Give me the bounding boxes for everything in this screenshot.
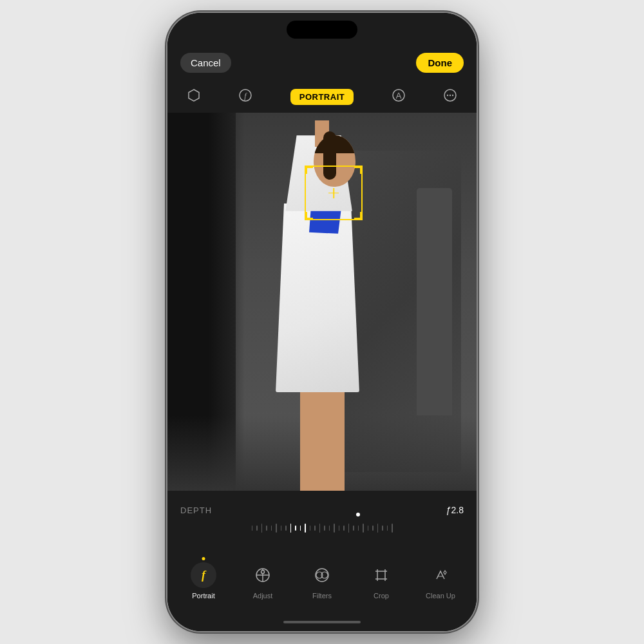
adjust-tool-icon: [250, 562, 276, 588]
tick: [252, 526, 253, 531]
dynamic-island: [287, 21, 357, 39]
portrait-mode-badge[interactable]: PORTRAIT: [290, 89, 354, 105]
tick: [358, 526, 359, 531]
tick: [256, 526, 258, 531]
bg-person: [417, 188, 452, 415]
tick: [387, 526, 388, 531]
photo-area[interactable]: [167, 113, 477, 491]
depth-control-area: DEPTH ƒ2.8: [167, 491, 477, 549]
auto-icon[interactable]: A: [392, 88, 406, 106]
photo-content: [167, 113, 477, 491]
svg-text:A: A: [395, 91, 401, 100]
filters-tool-label: Filters: [312, 592, 332, 600]
portrait-tool-icon: f: [191, 562, 216, 588]
tool-crop[interactable]: Crop: [362, 562, 401, 600]
tick: [368, 526, 369, 531]
depth-row: DEPTH ƒ2.8: [180, 505, 464, 515]
done-button[interactable]: Done: [416, 53, 464, 73]
crop-tool-label: Crop: [374, 592, 389, 600]
tick: [310, 526, 311, 531]
tick: [295, 526, 296, 531]
lightning-f-icon[interactable]: f: [238, 88, 252, 106]
svg-rect-16: [377, 571, 385, 579]
tick: [314, 526, 316, 531]
tick: [363, 524, 364, 533]
tick: [382, 526, 383, 531]
cleanup-tool-icon: [428, 562, 453, 588]
home-bar: [167, 613, 477, 631]
leg-right: [322, 389, 345, 491]
home-indicator[interactable]: [283, 621, 361, 623]
tick: [392, 524, 393, 533]
tick: [271, 526, 272, 531]
tick: [319, 524, 321, 533]
tool-adjust[interactable]: Adjust: [243, 562, 282, 600]
svg-point-12: [261, 571, 265, 574]
depth-label: DEPTH: [180, 506, 212, 515]
slider-ticks: [180, 524, 464, 533]
mode-toolbar: f PORTRAIT A: [167, 80, 477, 113]
tick: [305, 524, 306, 533]
aperture-value: ƒ2.8: [446, 505, 464, 515]
hexagon-icon[interactable]: [187, 88, 201, 106]
tool-portrait[interactable]: f Portrait: [184, 562, 223, 600]
svg-text:f: f: [245, 91, 248, 100]
crop-tool-icon: [368, 562, 394, 588]
tick: [377, 524, 379, 533]
more-options-icon[interactable]: [443, 88, 457, 106]
active-indicator: [202, 557, 205, 560]
tools-toolbar: f Portrait Adjust: [167, 549, 477, 613]
tick: [261, 524, 263, 533]
portrait-tool-label: Portrait: [192, 592, 214, 600]
status-bar: [167, 13, 477, 45]
tick: [372, 526, 374, 531]
leg-left: [300, 377, 323, 491]
tick: [285, 526, 287, 531]
tick: [348, 524, 350, 533]
depth-slider[interactable]: [180, 522, 464, 535]
svg-point-8: [452, 94, 453, 95]
tick: [343, 526, 345, 531]
svg-point-6: [447, 94, 448, 95]
slider-dot: [356, 513, 360, 516]
tool-filters[interactable]: Filters: [303, 562, 341, 600]
cancel-button[interactable]: Cancel: [180, 53, 231, 73]
svg-point-7: [450, 94, 451, 95]
portrait-icon: f: [191, 562, 216, 588]
tick: [334, 524, 335, 533]
svg-point-13: [316, 569, 328, 582]
tick: [329, 526, 330, 531]
tick: [324, 526, 325, 531]
face-detection-box: [305, 166, 363, 220]
cleanup-tool-label: Clean Up: [426, 592, 455, 600]
face-crosshair: [328, 188, 339, 198]
tick: [353, 526, 354, 531]
tick: [276, 524, 277, 533]
tick-active: [290, 524, 292, 533]
filters-tool-icon: [309, 562, 335, 588]
tool-cleanup[interactable]: Clean Up: [421, 562, 460, 600]
face-box-corner-br: [354, 212, 362, 220]
phone-screen: Cancel Done f PORTRAIT: [167, 13, 477, 631]
top-toolbar: Cancel Done: [167, 45, 477, 80]
tick: [266, 526, 267, 531]
face-box-corner-tr: [354, 166, 362, 174]
adjust-tool-label: Adjust: [253, 592, 273, 600]
tick: [281, 526, 282, 531]
tick: [339, 526, 340, 531]
face-box-corner-tl: [305, 166, 313, 174]
svg-marker-0: [189, 90, 199, 101]
face-box-corner-bl: [305, 212, 313, 220]
tick: [300, 526, 301, 531]
phone-frame: Cancel Done f PORTRAIT: [167, 13, 477, 631]
